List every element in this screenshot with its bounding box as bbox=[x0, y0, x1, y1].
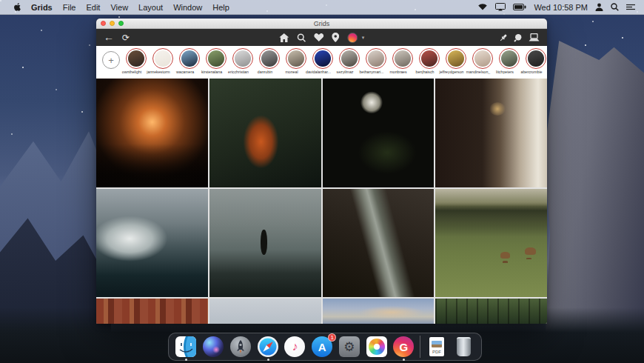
grid-view-icon[interactable] bbox=[138, 34, 145, 41]
story-username: ownthelight bbox=[118, 70, 145, 74]
photo-green-forest[interactable] bbox=[435, 299, 547, 324]
story-username: sezyilmaz bbox=[332, 70, 358, 74]
wifi-icon[interactable] bbox=[477, 3, 488, 11]
apple-menu-icon[interactable] bbox=[12, 2, 21, 12]
story-avatar[interactable] bbox=[259, 48, 280, 69]
menu-app-grids[interactable]: Grids bbox=[31, 3, 53, 12]
photo-storm-fjord[interactable] bbox=[96, 189, 208, 297]
story-username: moneal bbox=[278, 70, 305, 74]
photo-grid bbox=[96, 79, 547, 324]
photo-concert[interactable] bbox=[96, 79, 208, 187]
grids-window: Grids ← ⟳ ▾ + bbox=[96, 19, 547, 324]
story-avatar[interactable] bbox=[366, 48, 386, 69]
window-titlebar[interactable]: Grids bbox=[96, 19, 547, 29]
back-icon[interactable]: ← bbox=[104, 32, 114, 42]
photo-orange-dress[interactable] bbox=[209, 79, 321, 187]
menu-bar: Grids FileEditViewLayoutWindowHelp Wed 1… bbox=[0, 0, 644, 15]
account-avatar[interactable] bbox=[347, 33, 358, 43]
story-avatar[interactable] bbox=[232, 48, 253, 69]
photo-dusk-clouds[interactable] bbox=[323, 299, 435, 324]
story-avatar[interactable] bbox=[206, 48, 227, 69]
story-avatar[interactable] bbox=[392, 48, 413, 69]
dock-itunes-icon[interactable]: ♪ bbox=[284, 336, 306, 358]
story-username: litchpeters bbox=[492, 70, 518, 74]
devices-icon[interactable] bbox=[529, 33, 540, 41]
spotlight-search-icon[interactable] bbox=[611, 3, 619, 11]
story-avatar[interactable] bbox=[179, 48, 200, 69]
pushpin-icon[interactable] bbox=[499, 33, 508, 42]
story-avatar[interactable] bbox=[419, 48, 440, 69]
story-avatar[interactable] bbox=[526, 48, 546, 69]
story-avatar[interactable] bbox=[312, 48, 333, 69]
photo-forest-river[interactable] bbox=[323, 189, 435, 297]
dock-launchpad-icon[interactable] bbox=[229, 336, 252, 358]
story-username: kirstenalana bbox=[198, 70, 225, 74]
menu-clock[interactable]: Wed 10:58 PM bbox=[534, 3, 588, 12]
dock-photos-icon[interactable] bbox=[366, 336, 388, 358]
menu-edit[interactable]: Edit bbox=[86, 3, 100, 12]
story-avatar[interactable] bbox=[472, 48, 493, 69]
story-username: ericchristian bbox=[225, 70, 252, 74]
story-username: mandinelson_ bbox=[465, 70, 492, 74]
menu-view[interactable]: View bbox=[110, 3, 128, 12]
battery-icon[interactable] bbox=[513, 4, 526, 10]
story-abercrombie[interactable]: abercrombie bbox=[523, 48, 547, 77]
story-avatar[interactable] bbox=[152, 48, 173, 69]
story-avatar[interactable] bbox=[446, 48, 466, 69]
window-title: Grids bbox=[96, 20, 547, 27]
dropdown-caret-icon[interactable]: ▾ bbox=[362, 35, 365, 41]
add-story-button[interactable]: + bbox=[102, 51, 120, 69]
menu-window[interactable]: Window bbox=[173, 3, 202, 12]
story-username: danrubin bbox=[252, 70, 278, 74]
story-avatar[interactable] bbox=[286, 48, 306, 69]
running-indicator bbox=[185, 359, 187, 361]
window-toolbar: ← ⟳ ▾ bbox=[96, 29, 547, 46]
desktop: Grids FileEditViewLayoutWindowHelp Wed 1… bbox=[0, 0, 644, 363]
dock-grids-icon[interactable]: G bbox=[392, 336, 415, 358]
home-icon[interactable] bbox=[279, 33, 289, 42]
dock: ♪ A 1 ⚙ G PDF bbox=[168, 333, 482, 361]
dock-separator bbox=[420, 336, 420, 358]
running-indicator bbox=[403, 359, 405, 361]
story-avatar[interactable] bbox=[339, 48, 360, 69]
photo-lake-figure[interactable] bbox=[209, 189, 321, 297]
dock-finder-icon[interactable] bbox=[175, 336, 197, 358]
photo-deer-meadow[interactable] bbox=[435, 189, 547, 297]
story-username: benjhaisch bbox=[412, 70, 438, 74]
location-pin-icon[interactable] bbox=[332, 33, 339, 42]
photo-rust-planks[interactable] bbox=[96, 299, 208, 324]
notification-center-icon[interactable] bbox=[626, 4, 635, 11]
dock-siri-icon[interactable] bbox=[202, 336, 224, 358]
photo-boy-window[interactable] bbox=[435, 79, 547, 187]
running-indicator bbox=[267, 359, 269, 361]
story-username: wacamera bbox=[172, 70, 198, 74]
display-mirroring-icon[interactable] bbox=[495, 3, 506, 11]
story-username: jeffreydgerson bbox=[438, 70, 465, 74]
story-username: monbraes bbox=[385, 70, 412, 74]
likes-heart-icon[interactable] bbox=[314, 33, 323, 41]
story-avatar[interactable] bbox=[499, 48, 520, 69]
menu-layout[interactable]: Layout bbox=[138, 3, 163, 12]
dock-system-preferences-icon[interactable]: ⚙ bbox=[338, 336, 360, 358]
zoom-icon[interactable] bbox=[514, 33, 523, 42]
search-icon[interactable] bbox=[297, 33, 306, 42]
app-store-badge: 1 bbox=[328, 333, 336, 342]
dock-safari-icon[interactable] bbox=[257, 336, 279, 358]
story-username: bethanymari... bbox=[358, 70, 385, 74]
stories-bar: + ownthelightjannekestormwacamerakirsten… bbox=[96, 46, 547, 79]
story-username: jannekestorm bbox=[145, 70, 172, 74]
story-avatar[interactable] bbox=[126, 48, 147, 69]
dock-app-store-icon[interactable]: A 1 bbox=[311, 336, 333, 358]
story-username: davidalanhar... bbox=[305, 70, 332, 74]
menu-file[interactable]: File bbox=[63, 3, 76, 12]
dock-pdf-document-icon[interactable]: PDF bbox=[426, 336, 448, 358]
refresh-icon[interactable]: ⟳ bbox=[122, 33, 130, 42]
story-username: abercrombie bbox=[518, 70, 545, 74]
photo-misty-water[interactable] bbox=[209, 299, 321, 324]
menu-help[interactable]: Help bbox=[212, 3, 229, 12]
user-icon[interactable] bbox=[595, 3, 603, 11]
photo-white-flower[interactable] bbox=[323, 79, 435, 187]
dock-trash-icon[interactable] bbox=[453, 336, 475, 358]
